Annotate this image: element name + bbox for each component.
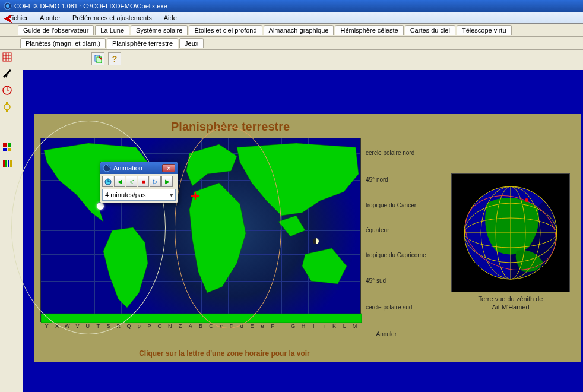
tab-solar[interactable]: Système solaire <box>131 25 188 35</box>
tab-telescope[interactable]: Télescope virtu <box>457 25 512 35</box>
anim-step-select[interactable]: 4 minutes/pas <box>102 189 176 201</box>
tz-letter[interactable]: f <box>278 323 288 329</box>
tz-letter[interactable]: M <box>350 323 360 329</box>
tz-letter[interactable]: N <box>165 323 175 329</box>
tz-letter[interactable]: L <box>340 323 350 329</box>
tab-stars[interactable]: Étoiles et ciel profond <box>189 25 262 35</box>
timezone-letters: YXWVUTSRQpPONZABCcDdEeFfGHIiKLM <box>40 322 361 329</box>
tz-letter[interactable]: Q <box>123 323 134 329</box>
tool-blocks-icon[interactable] <box>1 141 13 153</box>
titlebar: COELIX DEMO 1.081 : C:\COELIXDEMO\Coelix… <box>0 0 583 12</box>
window-title: COELIX DEMO 1.081 : C:\COELIXDEMO\Coelix… <box>14 2 167 10</box>
tz-letter[interactable]: E <box>247 323 257 329</box>
world-map[interactable] <box>40 138 361 322</box>
tz-letter[interactable]: Z <box>175 323 185 329</box>
svg-rect-2 <box>3 53 11 61</box>
toolbar-help-icon[interactable]: ? <box>108 52 121 65</box>
tz-letter[interactable]: Y <box>42 323 52 329</box>
tz-letter[interactable]: O <box>154 323 164 329</box>
lat-antarctic: cercle polaire sud <box>366 304 412 311</box>
svg-rect-16 <box>8 143 11 147</box>
svg-rect-21 <box>8 160 9 167</box>
tab-row-1: Guide de l'observateur La Lune Système s… <box>0 24 583 37</box>
tool-watch-icon[interactable] <box>1 101 13 113</box>
tab-hemis[interactable]: Hémisphère céleste <box>335 25 403 35</box>
tz-letter[interactable]: c <box>216 323 226 329</box>
globe-caption-1: Terre vue du zénith de <box>479 295 543 302</box>
tz-letter[interactable]: U <box>83 323 93 329</box>
tab-planets[interactable]: Planètes (magn. et diam.) <box>20 38 106 48</box>
globe-section: Terre vue du zénith de Aït M'Hamed <box>451 173 570 312</box>
tab-planisphere[interactable]: Planisphère terrestre <box>107 38 178 49</box>
tab-row-2: Planètes (magn. et diam.) Planisphère te… <box>0 37 583 50</box>
tz-letter[interactable]: I <box>309 323 319 329</box>
anim-now-button[interactable] <box>102 176 113 187</box>
tab-lune[interactable]: La Lune <box>95 25 129 35</box>
toolbar-page-icon[interactable] <box>91 52 104 65</box>
lat-cancer: tropique du Cancer <box>366 202 416 208</box>
tz-letter[interactable]: T <box>93 323 103 329</box>
animation-title: Animation <box>113 165 162 172</box>
tz-letter[interactable]: C <box>206 323 216 329</box>
observer-marker <box>192 193 198 199</box>
tz-letter[interactable]: D <box>226 323 236 329</box>
menu-help[interactable]: Aide <box>158 13 183 23</box>
tz-letter[interactable]: G <box>288 323 298 329</box>
tool-bars-icon[interactable] <box>1 158 13 170</box>
tz-letter[interactable]: e <box>257 323 267 329</box>
tz-letter[interactable]: B <box>195 323 205 329</box>
panel-title: Planisphère terrestre <box>171 120 290 134</box>
tz-letter[interactable]: V <box>72 323 83 329</box>
tz-letter[interactable]: P <box>144 323 154 329</box>
lat-s45: 45° sud <box>366 277 386 284</box>
anim-step-back-button[interactable]: ◀ <box>114 176 125 187</box>
menu-prefs[interactable]: Préférences et ajustements <box>66 13 158 23</box>
menubar: Fichier Ajouter Préférences et ajustemen… <box>0 12 583 24</box>
tz-letter[interactable]: X <box>52 323 62 329</box>
tz-letter[interactable]: R <box>113 323 123 329</box>
tz-letter[interactable]: S <box>103 323 113 329</box>
animation-titlebar[interactable]: Animation ✕ <box>100 162 178 174</box>
map-wrapper: cercle polaire nord 45° nord tropique du… <box>40 138 361 329</box>
lat-equator: équateur <box>366 227 389 233</box>
animation-close-button[interactable]: ✕ <box>162 164 175 172</box>
anim-step-fwd-button[interactable]: ▶ <box>161 176 173 187</box>
tz-letter[interactable]: F <box>268 323 278 329</box>
tab-guide[interactable]: Guide de l'observateur <box>18 25 94 35</box>
toolbar: ? <box>14 50 583 68</box>
moon-marker <box>313 238 319 244</box>
anim-stop-button[interactable]: ■ <box>138 176 149 187</box>
menu-add[interactable]: Ajouter <box>34 13 66 23</box>
tab-games[interactable]: Jeux <box>179 38 204 48</box>
svg-rect-20 <box>5 160 7 167</box>
svg-point-34 <box>525 198 528 202</box>
tab-cards[interactable]: Cartes du ciel <box>405 25 455 35</box>
anim-play-back-button[interactable]: ◁ <box>126 176 137 187</box>
sun-marker <box>97 203 104 210</box>
globe-view[interactable] <box>451 173 570 292</box>
anim-play-fwd-button[interactable]: ▷ <box>150 176 161 187</box>
tab-almanac[interactable]: Almanach graphique <box>264 25 334 35</box>
tz-letter[interactable]: A <box>185 323 195 329</box>
tz-letter[interactable]: i <box>319 323 329 329</box>
svg-rect-19 <box>3 160 5 167</box>
tz-letter[interactable]: p <box>134 323 144 329</box>
tz-letter[interactable]: d <box>237 323 247 329</box>
svg-rect-22 <box>10 160 12 167</box>
main-area: ? Planisphère terrestre <box>0 50 583 392</box>
svg-rect-15 <box>3 143 7 147</box>
tool-clock-icon[interactable] <box>1 84 13 96</box>
animation-icon <box>103 164 111 172</box>
tz-letter[interactable]: W <box>62 323 72 329</box>
tz-letter[interactable]: K <box>329 323 339 329</box>
svg-rect-13 <box>6 102 8 104</box>
tz-letter[interactable]: H <box>298 323 308 329</box>
tool-telescope-icon[interactable] <box>1 68 13 80</box>
globe-caption: Terre vue du zénith de Aït M'Hamed <box>451 295 570 312</box>
annuler-link[interactable]: Annuler <box>376 331 397 337</box>
lat-capricorn: tropique du Capricorne <box>366 252 426 258</box>
animation-window[interactable]: Animation ✕ ◀ ◁ ■ ▷ ▶ 4 minutes/pas <box>100 162 178 203</box>
tool-grid-icon[interactable] <box>1 51 13 63</box>
svg-rect-17 <box>3 148 7 151</box>
animation-controls: ◀ ◁ ■ ▷ ▶ <box>102 176 176 187</box>
